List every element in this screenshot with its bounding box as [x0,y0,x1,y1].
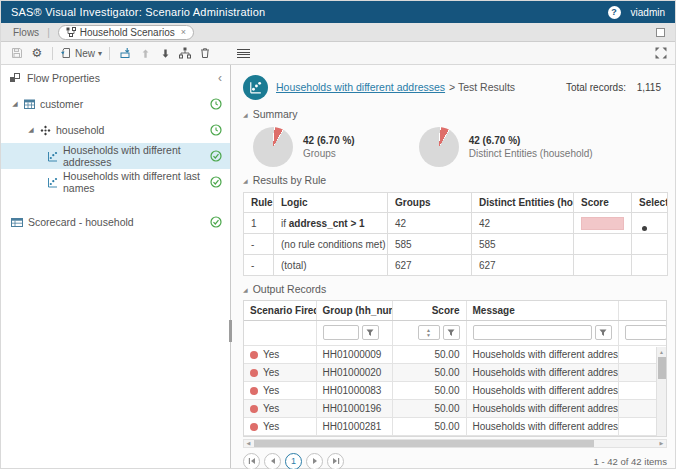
results-by-rule-section-header[interactable]: ◢ Results by Rule [243,174,661,186]
vertical-scrollbar[interactable]: ▲ [656,347,666,436]
column-header[interactable]: Message [466,301,618,320]
gear-icon: ⚙ [32,47,43,59]
save-button[interactable] [7,44,27,63]
output-records-section-header[interactable]: ◢ Output Records [243,283,661,295]
flow-properties-icon [9,72,21,84]
score-cell[interactable] [574,213,632,234]
tree-item-household[interactable]: ◢ household [1,117,230,143]
column-header[interactable]: Score [574,193,632,213]
popout-window-icon[interactable] [656,28,665,37]
next-page-button[interactable] [306,453,323,469]
message-cell: Households with different addresses [466,417,618,435]
score-input-highlighted[interactable] [581,217,624,230]
total-records-value: 1,115 [637,82,661,93]
previous-page-button[interactable] [264,453,281,469]
distinct-cell: 42 [472,213,574,234]
scrollbar-thumb[interactable] [254,440,594,447]
tab-flows[interactable]: Flows [13,27,39,38]
group-cell: HH01000020 [316,363,392,381]
tree-item-label: household [56,124,104,136]
help-icon[interactable]: ? [608,6,621,19]
column-header[interactable]: Scenario Fired [244,301,316,320]
tree-item-scorecard[interactable]: Scorecard - household [1,209,230,235]
distinct-cell: 585 [472,234,574,255]
fired-dot-icon [250,369,258,377]
table-row[interactable]: Yes HH01000083 50.00 Households with dif… [244,381,666,399]
horizontal-scrollbar[interactable]: ◀ ▶ [243,439,667,448]
fired-cell: Yes [263,367,279,378]
column-header[interactable]: Group (hh_num) [316,301,392,320]
tab-divider: | [47,27,50,38]
first-page-button[interactable] [243,453,260,469]
filter-icon[interactable] [443,325,460,340]
column-header[interactable]: Score [392,301,466,320]
flow-toolbar: ⚙ New ▾ [1,42,675,65]
move-up-button[interactable] [135,44,155,63]
tab-label: Household Scenarios [80,27,175,38]
select-cell [632,213,668,234]
fired-dot-icon [250,405,258,413]
last-page-button[interactable] [327,453,344,469]
scrollbar-thumb[interactable] [658,357,666,379]
column-header[interactable]: Distinct Entities (household) [472,193,574,213]
collapse-panel-icon[interactable]: ‹ [218,73,222,83]
hierarchy-button[interactable] [175,44,195,63]
delete-button[interactable] [195,44,215,63]
logic-cell: if address_cnt > 1 [274,213,388,234]
column-header[interactable]: Select [632,193,668,213]
fired-dot-icon [250,351,258,359]
app-title: SAS® Visual Investigator: Scenario Admin… [11,6,265,18]
column-header[interactable]: Rule [244,193,274,213]
table-row: 1 if address_cnt > 1 42 42 [244,213,668,234]
maximize-panel-icon[interactable] [655,47,667,59]
panel-resize-handle[interactable] [229,320,232,342]
group-cell: HH01000196 [316,399,392,417]
table-row[interactable]: Yes HH01000009 50.00 Households with dif… [244,345,666,363]
summary-section-header[interactable]: ◢ Summary [243,108,661,120]
select-cell [632,234,668,255]
table-row: - (total) 627 627 [244,255,668,276]
scroll-up-icon[interactable]: ▲ [657,347,666,356]
group-filter-input[interactable] [323,325,359,340]
message-cell: Households with different addresses [466,363,618,381]
breadcrumb-current: > Test Results [449,81,515,93]
tree-expand-icon[interactable]: ◢ [27,126,35,134]
current-page-button[interactable]: 1 [285,453,302,469]
table-header-row: Scenario Fired Group (hh_num) Score Mess… [244,301,666,320]
extra-filter-input[interactable] [625,325,667,340]
tree-item-scenario-addresses[interactable]: Households with different addresses [1,143,230,169]
scroll-left-icon[interactable]: ◀ [244,440,253,446]
settings-button[interactable]: ⚙ [27,44,47,63]
new-button[interactable]: New ▾ [58,44,104,63]
column-header[interactable]: Logic [274,193,388,213]
table-row[interactable]: Yes HH01000196 50.00 Households with dif… [244,399,666,417]
close-tab-icon[interactable]: × [181,27,186,37]
scroll-right-icon[interactable]: ▶ [657,440,666,446]
table-row[interactable]: Yes HH01000020 50.00 Households with dif… [244,363,666,381]
tab-household-scenarios[interactable]: Household Scenarios × [58,25,194,40]
tree-item-scenario-lastnames[interactable]: Households with different last names [1,169,230,195]
table-row[interactable]: Yes HH01000281 50.00 Households with dif… [244,417,666,435]
panel-menu-icon[interactable] [237,47,250,60]
column-header[interactable]: Groups [388,193,472,213]
breadcrumb-scenario-link[interactable]: Households with different addresses [276,81,445,93]
filter-icon[interactable] [595,325,612,340]
move-down-button[interactable] [155,44,175,63]
group-cell: HH01000009 [316,345,392,363]
groups-cell: 585 [388,234,472,255]
score-cell: 50.00 [392,381,466,399]
username[interactable]: viadmin [631,7,665,18]
tree-expand-icon[interactable]: ◢ [11,100,19,108]
scenario-icon [47,177,58,188]
message-filter-input[interactable] [473,325,592,340]
summary-charts: 42 (6.70 %) Groups 42 (6.70 %) Distinct … [253,127,661,167]
score-cell: 50.00 [392,363,466,381]
score-stepper[interactable]: ▲▼ [418,325,440,340]
filter-icon[interactable] [362,325,379,340]
new-document-icon [60,47,72,59]
column-header[interactable] [618,301,666,320]
table-header-row: Rule Logic Groups Distinct Entities (hou… [244,193,668,213]
tree-item-customer[interactable]: ◢ customer [1,91,230,117]
score-cell [574,234,632,255]
run-test-button[interactable] [115,44,135,63]
